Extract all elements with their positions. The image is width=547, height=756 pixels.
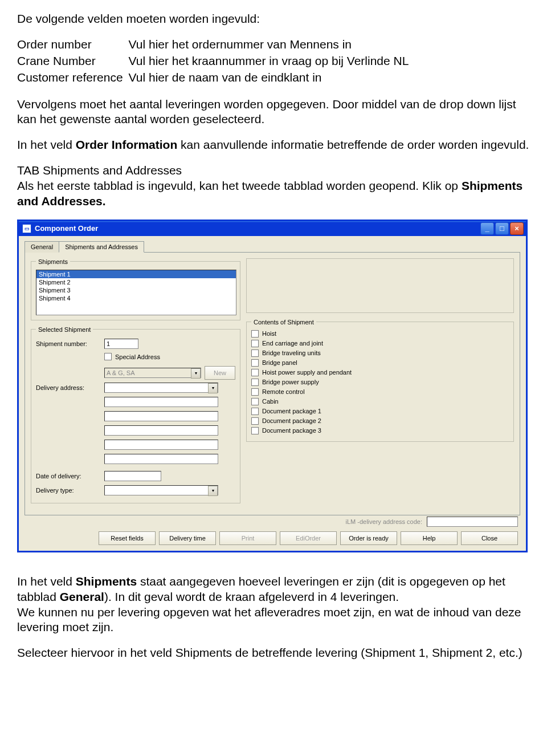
new-button[interactable]: New (205, 366, 235, 380)
text: We kunnen nu per levering opgeven wat he… (17, 605, 521, 634)
chevron-down-icon[interactable]: ▾ (208, 383, 218, 393)
checkbox-label: Remote control (262, 388, 305, 395)
paragraph: Selecteer hiervoor in het veld Shipments… (17, 645, 530, 661)
paragraph: Vervolgens moet het aantal leveringen wo… (17, 97, 530, 128)
app-icon: ▭ (22, 224, 31, 233)
reset-fields-button[interactable]: Reset fields (99, 531, 156, 545)
text: In het veld (17, 138, 76, 151)
field-desc: Vul hier de naam van de eindklant in (129, 70, 415, 87)
field-label: Crane Number (17, 54, 129, 70)
minimize-button[interactable]: _ (480, 222, 494, 235)
delivery-time-button[interactable]: Delivery time (159, 531, 216, 545)
fields-table: Order number Vul hier het ordernummer va… (17, 37, 414, 87)
address-line-input[interactable] (104, 425, 218, 436)
delivery-address-combo[interactable] (104, 383, 218, 393)
checkbox-label: Special Address (115, 353, 160, 360)
titlebar: ▭ Component Order _ □ × (19, 221, 526, 236)
chevron-down-icon[interactable]: ▾ (208, 486, 218, 496)
content-checkbox[interactable]: Bridge power supply (251, 379, 509, 386)
checkbox-label: Cabin (262, 398, 279, 405)
content-checkbox[interactable]: Bridge traveling units (251, 349, 509, 357)
selected-shipment-group: Selected Shipment Shipment number: Speci… (31, 326, 240, 503)
shipment-number-input[interactable] (104, 339, 138, 349)
field-label: Order number (17, 37, 129, 54)
address-line-input[interactable] (104, 397, 218, 407)
date-of-delivery-input[interactable] (104, 471, 161, 481)
shipments-group: Shipments Shipment 1 Shipment 2 Shipment… (31, 258, 240, 320)
checkbox-label: Hoist power supply and pendant (262, 369, 352, 376)
print-button[interactable]: Print (219, 531, 276, 545)
tab-panel: Shipments Shipment 1 Shipment 2 Shipment… (25, 252, 520, 515)
tab-shipments-addresses[interactable]: Shipments and Addresses (59, 241, 144, 253)
text: ). In dit geval wordt de kraan afgelever… (104, 590, 399, 603)
checkbox-label: Document package 1 (262, 408, 321, 414)
checkbox-label: Bridge panel (262, 359, 297, 366)
group-legend: Contents of Shipment (251, 319, 316, 326)
paragraph: In het veld Order Information kan aanvul… (17, 137, 530, 153)
field-desc: Vul hier het kraannummer in vraag op bij… (129, 54, 415, 70)
intro-line: De volgende velden moeten worden ingevul… (17, 11, 530, 27)
checkbox-label: Hoist (262, 330, 276, 337)
delivery-address-label: Delivery address: (36, 384, 104, 391)
address-preset-combo[interactable] (104, 368, 201, 378)
address-line-input[interactable] (104, 454, 218, 464)
close-window-button[interactable]: × (510, 222, 524, 235)
text: kan aanvullende informatie betreffende d… (177, 138, 529, 151)
ilm-code-input[interactable] (427, 517, 518, 527)
contents-group: Contents of Shipment Hoist End carriage … (246, 319, 514, 442)
checkbox-label: Document package 3 (262, 427, 321, 434)
bold-term: Shipments (76, 575, 137, 588)
content-checkbox[interactable]: Document package 1 (251, 408, 509, 415)
paragraph: TAB Shipments and Addresses Als het eers… (17, 163, 530, 209)
maximize-button[interactable]: □ (495, 222, 509, 235)
order-ready-button[interactable]: Order is ready (340, 531, 397, 545)
list-item[interactable]: Shipment 2 (36, 278, 236, 286)
field-desc: Vul hier het ordernummer van Mennens in (129, 37, 415, 54)
ilm-label: iLM -delivery address code: (345, 518, 422, 525)
delivery-type-combo[interactable] (104, 485, 218, 495)
content-checkbox[interactable]: Cabin (251, 398, 509, 405)
checkbox-label: Document package 2 (262, 417, 321, 424)
delivery-type-label: Delivery type: (36, 487, 104, 494)
date-of-delivery-label: Date of delivery: (36, 473, 104, 479)
component-order-window: ▭ Component Order _ □ × General Shipment… (17, 220, 528, 552)
list-item[interactable]: Shipment 4 (36, 294, 236, 302)
content-checkbox[interactable]: Bridge panel (251, 359, 509, 367)
paragraph: In het veld Shipments staat aangegeven h… (17, 574, 530, 636)
button-bar: Reset fields Delivery time Print EdiOrde… (25, 527, 520, 545)
bold-term: General (60, 590, 104, 603)
content-checkbox[interactable]: Document package 2 (251, 417, 509, 425)
help-button[interactable]: Help (401, 531, 458, 545)
group-legend: Shipments (36, 258, 70, 265)
group-legend: Selected Shipment (36, 326, 93, 333)
special-address-checkbox[interactable]: Special Address (104, 353, 160, 360)
content-checkbox[interactable]: Document package 3 (251, 427, 509, 434)
bold-term: Order Information (76, 138, 178, 151)
shipments-listbox[interactable]: Shipment 1 Shipment 2 Shipment 3 Shipmen… (36, 270, 236, 315)
field-label: Customer reference (17, 70, 129, 87)
tab-general[interactable]: General (25, 241, 59, 253)
checkbox-label: Bridge traveling units (262, 349, 321, 356)
window-title: Component Order (35, 224, 98, 233)
checkbox-label: Bridge power supply (262, 379, 319, 385)
address-line-input[interactable] (104, 440, 218, 450)
right-top-group (246, 258, 514, 313)
content-checkbox[interactable]: Hoist (251, 330, 509, 338)
close-button[interactable]: Close (461, 531, 518, 545)
content-checkbox[interactable]: Remote control (251, 388, 509, 396)
text: In het veld (17, 575, 76, 588)
ediorder-button[interactable]: EdiOrder (280, 531, 337, 545)
list-item[interactable]: Shipment 3 (36, 286, 236, 294)
sub-heading: TAB Shipments and Addresses (17, 164, 182, 177)
content-checkbox[interactable]: Hoist power supply and pendant (251, 369, 509, 376)
text: Als het eerste tabblad is ingevuld, kan … (17, 179, 462, 192)
checkbox-label: End carriage and joint (262, 340, 323, 347)
chevron-down-icon[interactable]: ▾ (191, 368, 201, 379)
list-item[interactable]: Shipment 1 (36, 270, 236, 278)
address-line-input[interactable] (104, 411, 218, 421)
content-checkbox[interactable]: End carriage and joint (251, 340, 509, 347)
shipment-number-label: Shipment number: (36, 340, 104, 347)
